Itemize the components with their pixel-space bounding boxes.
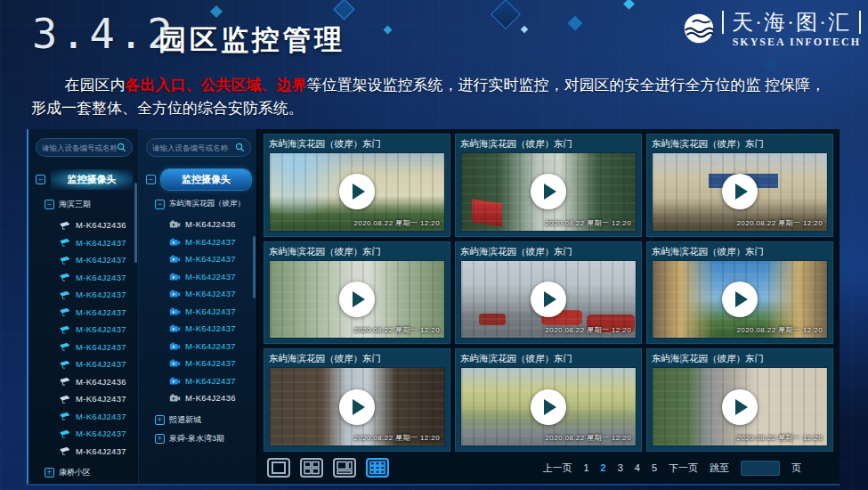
expand-toggle-icon[interactable]: + [155, 415, 165, 425]
play-button[interactable] [722, 282, 758, 317]
camera-tree-item[interactable]: M-K64J2437 [169, 233, 251, 251]
camera-tree-item[interactable]: M-K64J2437 [169, 320, 251, 338]
collapse-toggle-icon[interactable]: − [155, 200, 165, 209]
video-thumbnail[interactable]: 2020.08.22 星期一 12:20 [269, 260, 445, 339]
camera-tree-item[interactable]: M-K64J2437 [169, 285, 251, 303]
layout-nine-icon[interactable] [366, 458, 389, 478]
video-thumbnail[interactable]: 2020.08.22 星期一 12:20 [652, 152, 828, 232]
camcorder-icon [169, 358, 181, 368]
expand-toggle-icon[interactable]: + [155, 434, 165, 444]
camera-tile[interactable]: 东屿海滨花园（彼岸）东门 2020.08.22 星期一 12:20 [455, 134, 642, 237]
camera-tree-item[interactable]: M-K64J2437 [169, 303, 251, 321]
camera-tree-item[interactable]: M-K64J2437 [59, 304, 133, 322]
video-thumbnail[interactable]: 2020.08.22 星期一 12:20 [269, 367, 445, 446]
camera-tree-item[interactable]: M-K64J2437 [169, 268, 251, 286]
camera-tree-item[interactable]: M-K64J2437 [59, 234, 133, 252]
camera-tile-title: 东屿海滨花园（彼岸）东门 [460, 352, 637, 365]
camera-tile[interactable]: 东屿海滨花园（彼岸）东门 2020.08.22 星期一 12:20 [646, 241, 833, 345]
camera-tile-title: 东屿海滨花园（彼岸）东门 [269, 245, 445, 258]
camera-tile[interactable]: 东屿海滨花园（彼岸）东门 2020.08.22 星期一 12:20 [264, 134, 450, 237]
camera-tree-item[interactable]: M-K64J2437 [59, 443, 133, 461]
cctv-camera-icon [59, 342, 71, 351]
layout-quad-icon[interactable] [300, 458, 323, 478]
page-number-4[interactable]: 4 [635, 462, 640, 473]
camcorder-icon [169, 219, 181, 229]
camera-tile[interactable]: 东屿海滨花园（彼岸）东门 2020.08.22 星期一 12:20 [646, 348, 833, 452]
play-button[interactable] [531, 389, 566, 425]
video-thumbnail[interactable]: 2020.08.22 星期一 12:20 [460, 152, 637, 232]
timestamp-overlay: 2020.08.22 星期一 12:20 [736, 325, 823, 335]
expand-toggle-icon[interactable]: + [45, 468, 54, 478]
play-button[interactable] [339, 282, 375, 317]
camera-tile[interactable]: 东屿海滨花园（彼岸）东门 2020.08.22 星期一 12:20 [455, 348, 642, 452]
camera-tile[interactable]: 东屿海滨花园（彼岸）东门 2020.08.22 星期一 12:20 [646, 134, 833, 237]
video-thumbnail[interactable]: 2020.08.22 星期一 12:20 [460, 260, 637, 339]
camera-tree-item[interactable]: M-K64J2436 [169, 389, 251, 407]
camera-tree-item[interactable]: M-K64J2437 [59, 321, 133, 339]
page-number-1[interactable]: 1 [583, 462, 588, 473]
camera-tree-item[interactable]: M-K64J2437 [169, 250, 251, 268]
jump-page-input[interactable] [741, 461, 780, 476]
collapse-toggle-icon[interactable]: − [36, 175, 45, 184]
collapsed-group[interactable]: +泉舜-泉水湾3期 [155, 433, 251, 445]
page-number-5[interactable]: 5 [652, 462, 657, 473]
scrollbar[interactable] [253, 236, 256, 298]
search-box-2[interactable] [146, 138, 251, 157]
camera-tree-item[interactable]: M-K64J2437 [59, 425, 133, 443]
camera-tree-item[interactable]: M-K64J2436 [59, 216, 133, 234]
camera-tree-item[interactable]: M-K64J2437 [59, 408, 133, 426]
search-icon[interactable] [117, 143, 126, 152]
video-thumbnail[interactable]: 2020.08.22 星期一 12:20 [652, 367, 828, 446]
camcorder-icon [169, 254, 181, 264]
camera-tree-item[interactable]: M-K64J2437 [169, 338, 251, 355]
camera-tile[interactable]: 东屿海滨花园（彼岸）东门 2020.08.22 星期一 12:20 [264, 241, 450, 345]
camera-tree-item[interactable]: M-K64J2437 [59, 339, 133, 356]
prev-page-button[interactable]: 上一页 [542, 461, 572, 475]
camera-tile-title: 东屿海滨花园（彼岸）东门 [652, 137, 828, 151]
camera-tile-title: 东屿海滨花园（彼岸）东门 [269, 352, 445, 365]
timestamp-overlay: 2020.08.22 星期一 12:20 [736, 218, 823, 228]
video-thumbnail[interactable]: 2020.08.22 星期一 12:20 [460, 367, 637, 446]
camera-tree-item[interactable]: M-K64J2436 [169, 216, 251, 233]
video-thumbnail[interactable]: 2020.08.22 星期一 12:20 [269, 152, 445, 232]
search-icon[interactable] [235, 143, 245, 152]
next-page-button[interactable]: 下一页 [669, 461, 698, 475]
timestamp-overlay: 2020.08.22 星期一 12:20 [353, 433, 440, 443]
camcorder-icon [169, 393, 181, 403]
camera-tree-item[interactable]: M-K64J2437 [169, 372, 251, 390]
camera-tree-item[interactable]: M-K64J2437 [59, 355, 133, 373]
intro-prefix: 在园区内 [64, 77, 125, 94]
camera-tree-item[interactable]: M-K64J2436 [59, 373, 133, 391]
search-input-1[interactable] [42, 143, 117, 152]
collapsed-group[interactable]: +熙通新城 [155, 414, 251, 426]
camera-tree-item[interactable]: M-K64J2437 [59, 269, 133, 287]
layout-mixed-icon[interactable] [333, 458, 356, 478]
layout-single-icon[interactable] [267, 458, 290, 478]
play-button[interactable] [339, 389, 375, 425]
page-number-2-active[interactable]: 2 [601, 462, 606, 473]
camera-tree-item[interactable]: M-K64J2437 [59, 286, 133, 304]
page-number-3[interactable]: 3 [618, 462, 623, 473]
tree-root-1[interactable]: 监控摄像头 [51, 169, 133, 190]
video-thumbnail[interactable]: 2020.08.22 星期一 12:20 [652, 260, 828, 339]
camera-tile[interactable]: 东屿海滨花园（彼岸）东门 2020.08.22 星期一 12:20 [455, 241, 642, 345]
collapse-toggle-icon[interactable]: − [146, 175, 156, 184]
tree-group-1[interactable]: 海滨三期 [59, 199, 91, 210]
camera-tile-title: 东屿海滨花园（彼岸）东门 [460, 245, 637, 258]
camera-tile[interactable]: 东屿海滨花园（彼岸）东门 2020.08.22 星期一 12:20 [264, 348, 450, 452]
camera-tree-item[interactable]: M-K64J2437 [59, 390, 133, 408]
search-box-1[interactable] [36, 138, 133, 157]
search-input-2[interactable] [152, 143, 235, 152]
camera-tile-title: 东屿海滨花园（彼岸）东门 [269, 137, 445, 151]
tree-group-2[interactable]: 东屿海滨花园（彼岸） [169, 199, 245, 209]
collapse-toggle-icon[interactable]: − [45, 200, 54, 209]
play-button[interactable] [531, 282, 566, 317]
camera-tree-item[interactable]: M-K64J2437 [59, 251, 133, 269]
tree-root-2[interactable]: 监控摄像头 [161, 169, 251, 190]
camera-tree-item[interactable]: M-K64J2437 [169, 355, 251, 372]
scrollbar[interactable] [134, 183, 137, 263]
timestamp-overlay: 2020.08.22 星期一 12:20 [545, 325, 631, 335]
jump-to-label: 跳至 [710, 461, 729, 475]
play-button[interactable] [722, 389, 758, 425]
collapsed-group[interactable]: +康桥小区 [45, 467, 133, 478]
